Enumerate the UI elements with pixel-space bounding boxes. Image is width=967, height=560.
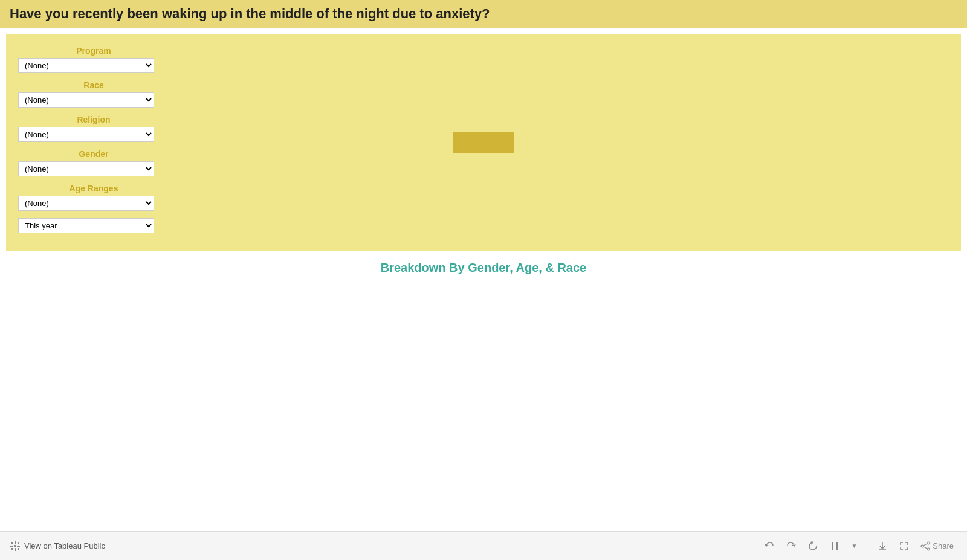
svg-line-15: [923, 547, 927, 549]
revert-icon: [807, 541, 818, 552]
share-button[interactable]: Share: [917, 539, 957, 553]
tableau-link-label: View on Tableau Public: [24, 541, 105, 550]
age-ranges-select[interactable]: (None): [18, 196, 154, 211]
religion-filter-group: Religion (None): [18, 115, 169, 142]
share-label: Share: [933, 541, 954, 550]
religion-filter-label: Religion: [18, 115, 169, 124]
program-filter-label: Program: [18, 46, 169, 56]
main-panel: Program (None) Race (None) Religion (Non…: [6, 34, 961, 251]
redo-icon: [786, 541, 797, 552]
bottom-toolbar: View on Tableau Public: [0, 531, 967, 560]
fullscreen-button[interactable]: [895, 538, 913, 554]
revert-button[interactable]: [804, 538, 822, 554]
toolbar-separator-1: [867, 540, 867, 552]
time-select[interactable]: This year Last year All time: [18, 218, 154, 233]
svg-rect-0: [15, 541, 16, 544]
svg-rect-7: [18, 548, 19, 550]
race-select[interactable]: (None): [18, 92, 154, 108]
header-bar: Have you recently been waking up in the …: [0, 0, 967, 28]
redo-button[interactable]: [782, 538, 800, 554]
share-icon: [920, 541, 930, 551]
tableau-public-link[interactable]: View on Tableau Public: [10, 541, 105, 552]
visualization-placeholder: [453, 132, 514, 153]
pause-dropdown-button[interactable]: ▼: [847, 540, 861, 552]
svg-point-11: [927, 542, 930, 544]
age-ranges-filter-group: Age Ranges (None): [18, 184, 169, 211]
race-filter-label: Race: [18, 80, 169, 90]
page-title: Have you recently been waking up in the …: [10, 6, 490, 22]
undo-icon: [764, 541, 775, 552]
download-button[interactable]: [873, 538, 891, 554]
toolbar-right: ▼ Share: [760, 538, 957, 554]
fullscreen-icon: [899, 541, 910, 552]
gender-filter-label: Gender: [18, 149, 169, 159]
gender-filter-group: Gender (None): [18, 149, 169, 176]
religion-select[interactable]: (None): [18, 127, 154, 142]
svg-line-14: [923, 544, 927, 546]
breakdown-title: Breakdown By Gender, Age, & Race: [0, 261, 967, 275]
svg-rect-2: [10, 546, 13, 547]
tableau-icon: [10, 541, 21, 552]
svg-rect-6: [11, 548, 13, 550]
svg-rect-4: [11, 542, 13, 544]
svg-rect-3: [17, 546, 20, 547]
svg-rect-9: [832, 542, 833, 550]
program-select[interactable]: (None): [18, 58, 154, 73]
download-icon: [877, 541, 888, 552]
pause-icon: [829, 541, 840, 552]
pause-button[interactable]: [826, 538, 844, 554]
time-filter-group: This year Last year All time: [18, 218, 169, 233]
svg-rect-1: [15, 548, 16, 551]
svg-rect-5: [18, 542, 19, 544]
chevron-down-icon: ▼: [851, 542, 857, 549]
svg-rect-8: [14, 545, 16, 547]
undo-button[interactable]: [760, 538, 778, 554]
svg-point-13: [927, 548, 930, 550]
age-ranges-filter-label: Age Ranges: [18, 184, 169, 193]
race-filter-group: Race (None): [18, 80, 169, 108]
program-filter-group: Program (None): [18, 46, 169, 73]
svg-point-12: [921, 545, 923, 547]
filter-sidebar: Program (None) Race (None) Religion (Non…: [18, 46, 169, 240]
gender-select[interactable]: (None): [18, 161, 154, 176]
svg-rect-10: [836, 542, 838, 550]
